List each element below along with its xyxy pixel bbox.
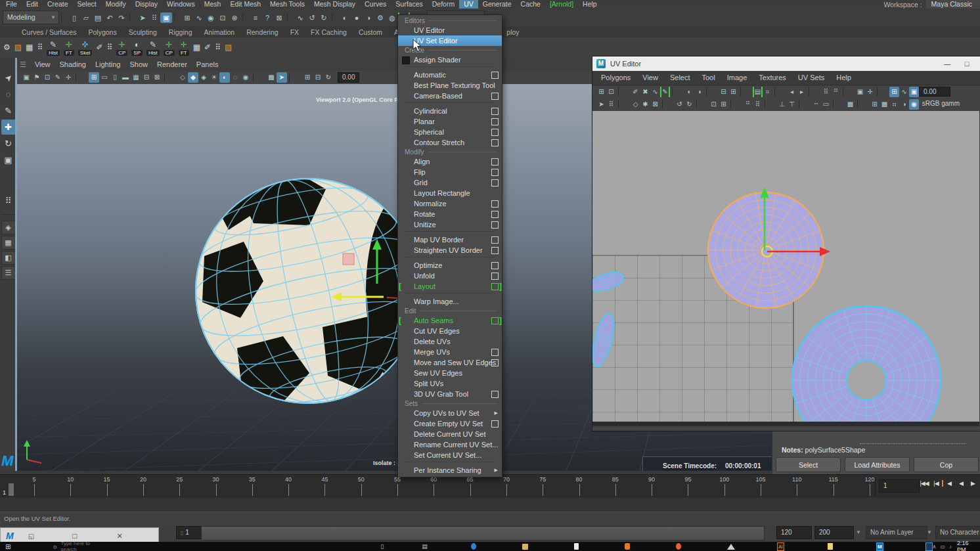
select-hierarchy-mode-icon[interactable]: ▣ [160,12,172,23]
option-box[interactable] [491,420,499,428]
uv-menu-item[interactable]: [ Sets ▶ ] [398,399,502,408]
shelf-tab[interactable]: Curves / Surfaces [16,28,82,37]
option-box[interactable] [491,211,499,218]
paint-select-tool[interactable]: ✎ [1,103,16,118]
ring-loop-icon[interactable]: ↻ [318,12,330,23]
uv-menu-item[interactable]: [ Layout Rectangle ▶ ] [398,188,502,198]
vp-sync-icon[interactable]: ↻ [323,72,334,83]
vp-motion-blur-icon[interactable]: ◉ [240,72,251,83]
toolbar-icon[interactable] [174,13,179,22]
taskbar-clock[interactable]: 2:16 PM [957,540,975,551]
uv-editor-menu[interactable]: Textures [753,71,792,85]
uv-alpha-icon[interactable]: ◑ [899,99,909,110]
viewport-icon[interactable] [164,74,175,82]
redo-icon[interactable]: ↷ [116,12,127,23]
uv-editor-menu[interactable]: Image [721,71,753,85]
vp-camera-icon[interactable]: ▣ [21,72,32,83]
vp-field-chart-icon[interactable]: ▦ [131,72,141,83]
menu-item[interactable]: Mesh Display [309,0,360,9]
edge-loop-icon[interactable]: ↺ [306,12,318,23]
uv-snap-a-icon[interactable]: ⊡ [709,99,719,110]
phone-link-icon[interactable]: ▯ [380,543,384,550]
uv-toolbar-icon[interactable] [662,100,673,108]
menu-item[interactable]: Select [73,0,101,9]
save-scene-icon[interactable]: ▤ [92,12,104,23]
chevron-down-icon[interactable]: ▼ [925,529,934,535]
tray-chevron-icon[interactable]: ∧ [933,544,937,550]
curve-loop-icon[interactable]: ∿ [294,12,306,23]
snap-grid-icon[interactable]: ⊞ [181,12,193,23]
option-box[interactable] [491,283,499,290]
uv-toolbar-icon[interactable] [774,87,785,96]
uv-snowflake-icon[interactable]: ✱ [640,99,650,110]
uv-stack-icon[interactable]: ⠿ [821,87,831,97]
select-object-mode-icon[interactable]: ➤ [137,12,148,23]
uv-dither-icon[interactable]: ▩ [880,99,889,110]
app-dark-icon[interactable] [727,544,735,550]
uv-merge-icon[interactable]: ⠿ [753,99,763,110]
shelf-gear-icon[interactable]: ⚙ [3,43,11,53]
uv-menu-item[interactable]: [ Assign Shader ▶ ] [398,55,502,65]
tray-sound-icon[interactable]: ♪ [949,544,952,550]
uv-toolbar-icon[interactable] [857,100,868,108]
menu-item[interactable]: Deform [428,0,459,9]
menu-item[interactable]: Edit Mesh [225,0,265,9]
uv-delete-icon[interactable]: ✖ [640,87,650,97]
tray-display-icon[interactable]: ▭ [940,544,945,550]
menu-item[interactable]: Mesh Tools [265,0,309,9]
uv-layout-icon[interactable]: ▤ [753,87,763,97]
uv-scatter-icon[interactable]: ⠛ [743,99,753,110]
uv-menu-item[interactable]: [ Optimize ▶ ] [398,260,502,271]
uv-toolbar-icon[interactable] [706,87,717,96]
menu-item[interactable]: Edit [22,0,43,9]
uv-toolbar-icon[interactable] [740,87,751,96]
step-back-frame-button[interactable]: |◀ [930,480,942,487]
uv-select-shell-icon[interactable]: ⠿ [606,99,616,110]
vp-wireframe-icon[interactable]: ◇ [177,72,188,83]
uv-lattice-icon[interactable]: ⊞ [596,87,606,97]
viewport-float-field[interactable]: 0.00 [338,72,359,83]
minimize-button[interactable]: — [937,60,957,68]
vp-ao-icon[interactable]: ◌ [230,72,240,83]
uv-editor-menu[interactable]: Polygons [595,71,636,85]
option-box[interactable] [491,200,499,208]
menu-item[interactable]: UV [459,0,478,9]
option-box[interactable] [491,221,499,229]
step-back-key-button[interactable]: ◀ [942,480,955,487]
uv-select-icon[interactable]: ➤ [596,99,606,110]
panel-menu-icon[interactable]: ☰ [20,60,26,69]
uv-gamma-on-icon[interactable]: ◉ [909,99,919,110]
layout-outliner-button[interactable]: ☰ [1,266,16,280]
uv-rotate-ccw-icon[interactable]: ↺ [675,99,684,110]
notes-value[interactable]: polySurface5Shape [805,446,866,454]
illustrator-icon[interactable]: Ai [777,542,784,551]
file-explorer-icon[interactable] [522,544,528,550]
uv-menu-item[interactable]: [ Rotate ▶ ] [398,209,502,219]
uv-toolbar-icon[interactable] [833,100,843,108]
last-tool-used[interactable]: ⠿ [1,193,16,208]
range-start-field[interactable]: ▯ 1 [176,526,202,539]
open-scene-icon[interactable]: ▱ [80,12,92,23]
menu-item[interactable]: Curves [360,0,391,9]
uv-menu-item[interactable]: [ Delete Current UV Set ▶ ] [398,429,502,439]
viewport-icon[interactable] [76,74,87,82]
uv-menu-item[interactable]: [ Align ▶ ] [398,156,502,167]
uv-image-icon[interactable]: ▣ [855,87,865,97]
uv-expand-icon[interactable]: ✛ [865,87,875,97]
shelf-tab[interactable]: Rendering [240,28,284,37]
app-orange-icon[interactable] [625,543,630,550]
uv-menu-item[interactable]: [ Camera-Based ▶ ] [398,91,502,101]
uv-editor-titlebar[interactable]: M UV Editor — □ [592,56,980,71]
ipr-render-icon[interactable]: ◑ [363,12,374,23]
render-current-icon[interactable]: ● [351,12,363,23]
viewport-menu[interactable]: Renderer [152,60,192,69]
vp-textured-icon[interactable]: ◈ [198,72,209,83]
vp-shaded-icon[interactable]: ◆ [188,72,198,83]
shelf-ft-button[interactable]: ✛ FT [64,40,74,56]
menu-item[interactable]: Mesh [200,0,226,9]
option-box[interactable] [491,108,499,115]
viewport-menu[interactable]: Shading [55,60,91,69]
uv-menu-item[interactable]: [ Automatic ▶ ] [398,70,502,80]
uv-toolbar-icon[interactable] [618,87,629,96]
viewport-menu[interactable]: Show [125,60,152,69]
